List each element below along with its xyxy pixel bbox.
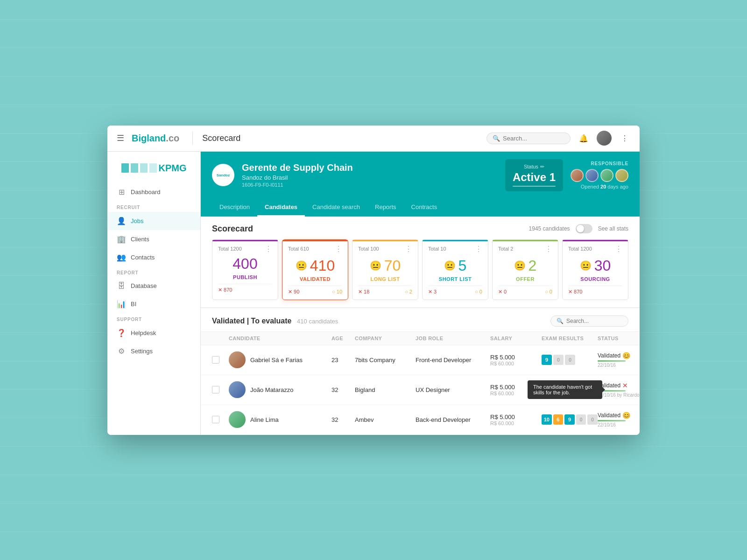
sidebar-item-jobs[interactable]: 👤 Jobs: [107, 212, 200, 230]
status-bar-1: [598, 360, 626, 362]
sidebar-item-label: Clients: [131, 236, 149, 243]
responsible-avatars: [571, 169, 628, 182]
database-icon: 🗄: [117, 282, 126, 290]
sidebar-item-database[interactable]: 🗄 Database: [107, 277, 200, 295]
card-x-badge: ✕ 0: [498, 289, 507, 295]
candidate-age-2: 32: [331, 386, 355, 393]
more-options-icon[interactable]: ⋮: [617, 131, 632, 146]
edit-icon[interactable]: ✏: [540, 164, 544, 170]
sidebar-item-label: Jobs: [131, 217, 143, 224]
status-emoji-3: 😊: [622, 412, 630, 419]
see-all-stats-toggle[interactable]: [576, 224, 592, 233]
stat-cards: Total 1200 ⋮ 400 PUBLISH ✕ 870 Tota: [212, 239, 628, 300]
card-x-badge: ✕ 870: [568, 289, 582, 295]
card-border-sourcing: [563, 240, 628, 241]
dashboard-icon: ⊞: [117, 188, 126, 196]
search-input[interactable]: [503, 135, 564, 142]
card-x-badge: ✕ 3: [428, 289, 437, 295]
tab-reports[interactable]: Reports: [367, 199, 404, 217]
card-bottom-shortlist: ✕ 3 ○ 0: [428, 286, 482, 295]
checkbox-cell-2: [212, 386, 229, 393]
status-x-icon-2[interactable]: ✕: [622, 382, 628, 389]
tab-candidate-search[interactable]: Candidate search: [305, 199, 367, 217]
score-3-1: 10: [542, 414, 552, 425]
candidate-age-1: 23: [331, 357, 355, 364]
stat-card-validated: Total 610 ⋮ 😐 410 VALIDATED ✕ 90 ○ 10: [282, 239, 348, 300]
main-layout: KPMG ⊞ Dashboard RECRUIT 👤 Jobs 🏢 Client…: [107, 152, 640, 435]
candidates-search-box[interactable]: 🔍: [550, 315, 628, 327]
candidates-section: Validated | To evaluate 410 candidates 🔍…: [201, 308, 640, 435]
candidate-avatar-1: [229, 351, 246, 368]
hamburger-icon[interactable]: ☰: [115, 131, 126, 145]
sidebar-item-settings[interactable]: ⚙ Settings: [107, 342, 200, 360]
checkbox-cell-3: [212, 416, 229, 423]
status-date-2: 22/10/16 by Ricardo: [598, 392, 640, 398]
card-more-icon[interactable]: ⋮: [545, 245, 552, 253]
candidate-avatar-3: [229, 411, 246, 428]
card-more-icon[interactable]: ⋮: [615, 245, 622, 253]
card-o-badge: ○ 10: [332, 289, 342, 294]
card-total-label: Total 1200: [218, 246, 242, 252]
sidebar-item-bi[interactable]: 📊 BI: [107, 295, 200, 313]
card-more-icon[interactable]: ⋮: [265, 245, 272, 253]
tab-candidates[interactable]: Candidates: [257, 199, 305, 217]
candidate-name-2: João Matarazzo: [250, 386, 294, 393]
candidate-salary-1: R$ 5.000 R$ 60.000: [490, 354, 542, 366]
sidebar-item-dashboard[interactable]: ⊞ Dashboard: [107, 183, 200, 201]
row-checkbox-3[interactable]: [212, 416, 219, 423]
card-top-validated: Total 610 ⋮: [288, 245, 342, 253]
card-number-publish: 400: [218, 255, 272, 273]
status-date-3: 22/10/16: [598, 422, 640, 427]
card-emoji-validated: 😐: [296, 260, 307, 271]
responsible-avatar-2: [585, 169, 599, 182]
card-more-icon[interactable]: ⋮: [335, 245, 342, 253]
card-top-shortlist: Total 10 ⋮: [428, 245, 482, 253]
sidebar-item-label: Contacts: [131, 254, 155, 261]
score-1-3: 0: [565, 355, 575, 365]
sidebar-item-clients[interactable]: 🏢 Clients: [107, 230, 200, 248]
job-info: Gerente de Supply Chain Sandoz do Brasil…: [242, 162, 498, 188]
responsible-avatar-3: [600, 169, 613, 182]
scorecard-title: Scorecard: [212, 224, 253, 234]
col-status: Status: [598, 336, 640, 341]
status-underline: [513, 186, 556, 187]
card-border-validated: [282, 240, 348, 241]
global-search[interactable]: 🔍: [486, 133, 571, 144]
sidebar-item-label: Database: [131, 282, 157, 289]
card-border-publish: [212, 240, 278, 241]
status-emoji-1: 😊: [622, 352, 630, 359]
tab-contracts[interactable]: Contracts: [404, 199, 445, 217]
settings-icon: ⚙: [117, 347, 126, 356]
candidate-name-1: Gabriel Sá e Farias: [250, 357, 303, 364]
user-avatar[interactable]: [597, 131, 612, 146]
candidate-status-1: Validated 😊 22/10/16: [598, 352, 640, 368]
clients-icon: 🏢: [117, 235, 126, 244]
row-checkbox-1[interactable]: [212, 356, 219, 364]
sidebar-item-helpdesk[interactable]: ❓ Helpdesk: [107, 324, 200, 342]
candidate-name-cell-3: Aline Lima: [229, 411, 331, 428]
app-logo: Bigland.co: [132, 133, 179, 144]
candidates-count-badge: 410 candidates: [297, 318, 338, 325]
candidate-avatar-2: [229, 381, 246, 398]
card-top-sourcing: Total 1200 ⋮: [568, 245, 622, 253]
card-more-icon[interactable]: ⋮: [475, 245, 482, 253]
candidates-total-count: 1945 candidates: [529, 225, 570, 232]
sidebar: KPMG ⊞ Dashboard RECRUIT 👤 Jobs 🏢 Client…: [107, 152, 201, 435]
sidebar-item-contacts[interactable]: 👥 Contacts: [107, 248, 200, 266]
candidate-salary-3: R$ 5.000 R$ 60.000: [490, 413, 542, 426]
candidate-status-3: Validated 😊 22/10/16: [598, 412, 640, 427]
card-more-icon[interactable]: ⋮: [405, 245, 412, 253]
logo-block-1: [121, 163, 129, 173]
row-checkbox-2[interactable]: [212, 386, 219, 393]
card-border-shortlist: [423, 240, 488, 241]
status-date-1: 22/10/16: [598, 363, 640, 368]
card-top-longlist: Total 100 ⋮: [358, 245, 412, 253]
candidate-role-1: Front-end Developer: [416, 357, 490, 364]
tab-description[interactable]: Description: [212, 199, 257, 217]
candidates-search-input[interactable]: [566, 318, 622, 324]
candidates-section-title: Validated | To evaluate: [212, 317, 291, 325]
score-3-3: 9: [564, 414, 575, 425]
notification-icon[interactable]: 🔔: [576, 131, 591, 146]
stat-card-publish: Total 1200 ⋮ 400 PUBLISH ✕ 870: [212, 239, 278, 300]
card-total-label: Total 10: [428, 246, 446, 252]
